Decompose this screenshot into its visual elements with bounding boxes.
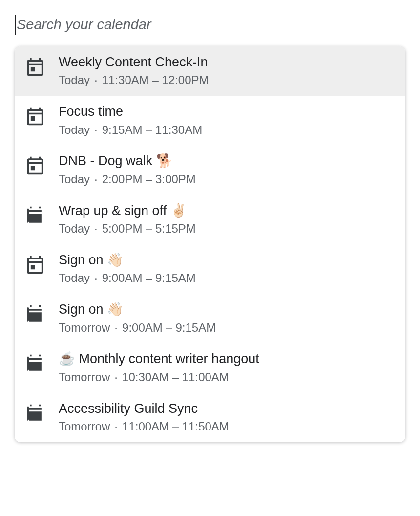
search-result-item[interactable]: Wrap up & sign off ✌🏻 Today · 5:00PM – 5… xyxy=(15,195,405,244)
search-result-text: ☕ Monthly content writer hangout Tomorro… xyxy=(59,350,259,386)
search-result-text: Wrap up & sign off ✌🏻 Today · 5:00PM – 5… xyxy=(59,202,196,237)
search-result-item[interactable]: Accessibility Guild Sync Tomorrow · 11:0… xyxy=(15,393,405,442)
calendar-event-icon xyxy=(24,303,46,325)
search-result-title: DNB - Dog walk 🐕 xyxy=(59,152,196,170)
search-result-title: Sign on 👋🏻 xyxy=(59,251,196,269)
search-result-meta: Today · 2:00PM – 3:00PM xyxy=(59,171,196,188)
search-result-text: Accessibility Guild Sync Tomorrow · 11:0… xyxy=(59,400,229,435)
search-result-meta: Today · 11:30AM – 12:00PM xyxy=(59,72,209,89)
search-input[interactable] xyxy=(15,15,405,35)
search-result-title: Wrap up & sign off ✌🏻 xyxy=(59,202,196,219)
search-result-item[interactable]: Weekly Content Check-In Today · 11:30AM … xyxy=(15,46,405,96)
search-result-text: Focus time Today · 9:15AM – 11:30AM xyxy=(59,103,202,138)
search-result-item[interactable]: Sign on 👋🏻 Today · 9:00AM – 9:15AM xyxy=(15,244,405,294)
search-result-text: Sign on 👋🏻 Tomorrow · 9:00AM – 9:15AM xyxy=(59,301,216,336)
search-result-item[interactable]: Focus time Today · 9:15AM – 11:30AM xyxy=(15,96,405,145)
search-result-item[interactable]: Sign on 👋🏻 Tomorrow · 9:00AM – 9:15AM xyxy=(15,294,405,343)
calendar-event-icon xyxy=(24,254,46,276)
search-result-meta: Today · 5:00PM – 5:15PM xyxy=(59,220,196,237)
search-result-meta: Today · 9:00AM – 9:15AM xyxy=(59,270,196,287)
search-result-meta: Tomorrow · 10:30AM – 11:00AM xyxy=(59,369,259,386)
search-result-item[interactable]: ☕ Monthly content writer hangout Tomorro… xyxy=(15,343,405,392)
search-result-meta: Tomorrow · 11:00AM – 11:50AM xyxy=(59,418,229,435)
calendar-event-icon xyxy=(24,353,46,374)
search-result-title: ☕ Monthly content writer hangout xyxy=(59,350,259,367)
search-result-meta: Tomorrow · 9:00AM – 9:15AM xyxy=(59,320,216,337)
calendar-event-icon xyxy=(24,56,46,78)
calendar-event-icon xyxy=(24,106,46,127)
search-result-text: Weekly Content Check-In Today · 11:30AM … xyxy=(59,53,209,89)
calendar-event-icon xyxy=(24,205,46,226)
search-result-title: Weekly Content Check-In xyxy=(59,53,209,71)
calendar-event-icon xyxy=(24,155,46,176)
search-result-text: Sign on 👋🏻 Today · 9:00AM – 9:15AM xyxy=(59,251,196,287)
search-result-title: Accessibility Guild Sync xyxy=(59,400,229,417)
calendar-event-icon xyxy=(24,403,46,424)
search-result-meta: Today · 9:15AM – 11:30AM xyxy=(59,122,202,139)
search-result-title: Sign on 👋🏻 xyxy=(59,301,216,318)
search-result-title: Focus time xyxy=(59,103,202,120)
search-results-card: Weekly Content Check-In Today · 11:30AM … xyxy=(15,46,405,442)
search-result-text: DNB - Dog walk 🐕 Today · 2:00PM – 3:00PM xyxy=(59,152,196,188)
search-result-item[interactable]: DNB - Dog walk 🐕 Today · 2:00PM – 3:00PM xyxy=(15,145,405,194)
